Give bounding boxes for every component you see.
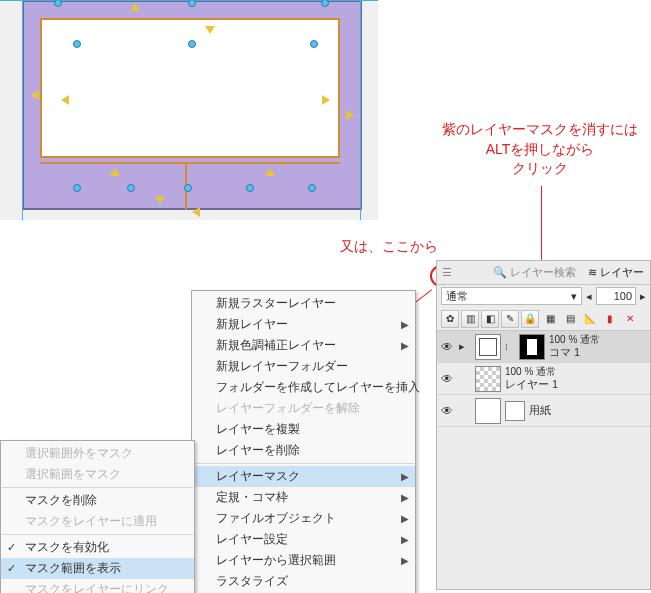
visibility-icon[interactable]: 👁 [439, 404, 455, 418]
menu-label: マスクを有効化 [25, 539, 109, 556]
menu-duplicate[interactable]: レイヤーを複製 [192, 419, 415, 440]
handle-tri[interactable] [346, 110, 354, 120]
handle-node[interactable] [310, 40, 318, 48]
menu-label: 定規・コマ枠 [216, 489, 288, 506]
menu-ruler-frame[interactable]: 定規・コマ枠▶ [192, 487, 415, 508]
visibility-icon[interactable]: 👁 [439, 340, 455, 354]
lock-icon[interactable]: 🔒 [521, 310, 539, 328]
annotation-text: 又は、ここから [340, 237, 438, 257]
handle-tri[interactable] [155, 196, 165, 204]
menu-label: 新規色調補正レイヤー [216, 337, 336, 354]
context-menu-layer: 新規ラスターレイヤー 新規レイヤー▶ 新規色調補正レイヤー▶ 新規レイヤーフォル… [191, 290, 416, 593]
handle-tri[interactable] [205, 26, 215, 34]
submenu-arrow-icon: ▶ [401, 555, 409, 566]
annotation-line: クリック [440, 159, 640, 179]
menu-make-folder[interactable]: フォルダーを作成してレイヤーを挿入 [192, 377, 415, 398]
layer-row-frame[interactable]: 👁 ▸ ⁞ 100 % 通常 コマ 1 [437, 331, 650, 363]
menu-rasterize[interactable]: ラスタライズ [192, 571, 415, 592]
handle-tri[interactable] [110, 168, 120, 176]
menu-layer-mask[interactable]: レイヤーマスク▶ [192, 466, 415, 487]
check-icon: ✓ [7, 562, 16, 575]
search-icon: 🔍 [493, 266, 507, 279]
layer-label: 100 % 通常 レイヤー 1 [505, 366, 558, 391]
layer-row[interactable]: 👁 100 % 通常 レイヤー 1 [437, 363, 650, 395]
handle-tri[interactable] [322, 95, 330, 105]
annotation-line: 紫のレイヤーマスクを消すには [440, 120, 640, 140]
canvas-area[interactable] [0, 0, 378, 220]
frame-divider-h[interactable] [40, 162, 340, 164]
handle-tri[interactable] [192, 207, 200, 217]
menu-show-mask-area[interactable]: ✓マスク範囲を表示 [1, 558, 194, 579]
panel-tabs: ☰ 🔍レイヤー検索 ≋レイヤー [437, 261, 650, 285]
menu-separator [2, 534, 193, 535]
menu-delete[interactable]: レイヤーを削除 [192, 440, 415, 461]
color-icon[interactable]: ▮ [601, 310, 619, 328]
tab-label: レイヤー [600, 265, 644, 280]
menu-link-mask: マスクをレイヤーにリンク [1, 579, 194, 593]
clip-icon[interactable]: ▥ [461, 310, 479, 328]
chevron-left-icon[interactable]: ◂ [586, 290, 592, 303]
layer-row-paper[interactable]: 👁 用紙 [437, 395, 650, 427]
mask-lock-icon[interactable]: ▤ [561, 310, 579, 328]
layer-thumb[interactable] [475, 334, 501, 360]
submenu-arrow-icon: ▶ [401, 492, 409, 503]
handle-tri[interactable] [61, 95, 69, 105]
menu-new-folder[interactable]: 新規レイヤーフォルダー [192, 356, 415, 377]
expand-icon[interactable]: ▸ [459, 340, 471, 353]
submenu-arrow-icon: ▶ [401, 340, 409, 351]
visibility-icon[interactable]: 👁 [439, 372, 455, 386]
submenu-arrow-icon: ▶ [401, 471, 409, 482]
guide-v [360, 0, 361, 220]
handle-node[interactable] [184, 184, 192, 192]
handle-tri[interactable] [31, 90, 39, 100]
tab-layer-search[interactable]: 🔍レイヤー検索 [487, 265, 582, 280]
chevron-right-icon[interactable]: ▸ [640, 290, 646, 303]
menu-separator [193, 463, 414, 464]
layers-icon: ≋ [588, 266, 597, 279]
check-icon: ✓ [7, 541, 16, 554]
handle-tri[interactable] [265, 168, 275, 176]
menu-enable-mask[interactable]: ✓マスクを有効化 [1, 537, 194, 558]
annotation-text: 紫のレイヤーマスクを消すには ALTを押しながら クリック [440, 120, 640, 179]
layer-mask-thumb[interactable] [519, 334, 545, 360]
menu-file-object[interactable]: ファイルオブジェクト▶ [192, 508, 415, 529]
frame-panel[interactable] [40, 18, 340, 158]
blend-mode-select[interactable]: 通常 ▾ [441, 287, 582, 305]
menu-new-layer[interactable]: 新規レイヤー▶ [192, 314, 415, 335]
submenu-layer-mask: 選択範囲外をマスク 選択範囲をマスク マスクを削除 マスクをレイヤーに適用 ✓マ… [0, 440, 195, 593]
guide-v [22, 0, 23, 220]
menu-new-raster[interactable]: 新規ラスターレイヤー [192, 293, 415, 314]
ruler-icon[interactable]: 📐 [581, 310, 599, 328]
layer-label: 100 % 通常 コマ 1 [549, 334, 600, 359]
ref-icon[interactable]: ◧ [481, 310, 499, 328]
layer-thumb[interactable] [475, 366, 501, 392]
cog-icon[interactable]: ✿ [441, 310, 459, 328]
opacity-value: 100 [614, 290, 632, 302]
paper-icon [505, 401, 525, 421]
delete-icon[interactable]: ✕ [621, 310, 639, 328]
opacity-input[interactable]: 100 [596, 287, 636, 305]
panel-menu-button[interactable]: ☰ [437, 266, 457, 279]
blend-row: 通常 ▾ ◂ 100 ▸ [437, 285, 650, 307]
layer-thumb[interactable] [475, 398, 501, 424]
link-icon[interactable]: ⁞ [505, 342, 515, 352]
layer-name: レイヤー 1 [505, 378, 558, 391]
handle-tri[interactable] [130, 3, 140, 11]
handle-node[interactable] [188, 40, 196, 48]
handle-node[interactable] [73, 40, 81, 48]
menu-sel-from-layer[interactable]: レイヤーから選択範囲▶ [192, 550, 415, 571]
lock-trans-icon[interactable]: ▦ [541, 310, 559, 328]
menu-new-adjust[interactable]: 新規色調補正レイヤー▶ [192, 335, 415, 356]
handle-node[interactable] [127, 184, 135, 192]
menu-delete-mask[interactable]: マスクを削除 [1, 490, 194, 511]
handle-node[interactable] [73, 184, 81, 192]
menu-label: レイヤーから選択範囲 [216, 552, 336, 569]
menu-separator [2, 487, 193, 488]
tab-layer[interactable]: ≋レイヤー [582, 265, 650, 280]
handle-node[interactable] [246, 184, 254, 192]
handle-node[interactable] [308, 184, 316, 192]
draft-icon[interactable]: ✎ [501, 310, 519, 328]
layer-name: コマ 1 [549, 346, 600, 359]
menu-layer-settings[interactable]: レイヤー設定▶ [192, 529, 415, 550]
layer-label: 用紙 [529, 404, 551, 417]
